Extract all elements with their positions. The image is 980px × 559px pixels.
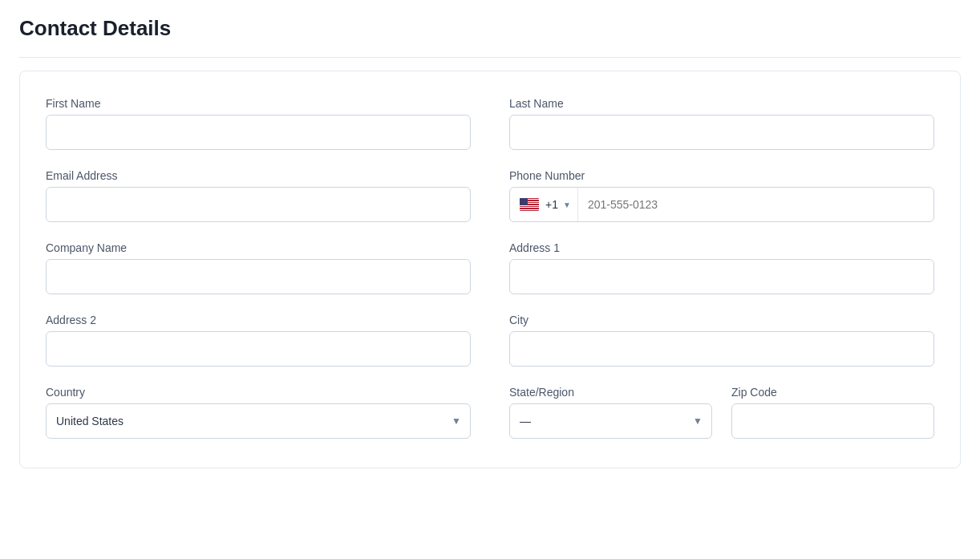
- country-group: Country United States Canada United King…: [46, 386, 471, 439]
- company-label: Company Name: [46, 241, 471, 254]
- last-name-label: Last Name: [509, 97, 934, 110]
- address1-input[interactable]: [509, 259, 934, 294]
- zip-label: Zip Code: [731, 386, 934, 399]
- page-title: Contact Details: [19, 16, 961, 41]
- address1-label: Address 1: [509, 241, 934, 254]
- state-label: State/Region: [509, 386, 712, 399]
- country-label: Country: [46, 386, 471, 399]
- email-input[interactable]: [46, 187, 471, 222]
- phone-input[interactable]: [578, 188, 933, 221]
- address1-group: Address 1: [509, 241, 934, 294]
- state-group: State/Region — California New York Texas…: [509, 386, 712, 439]
- last-name-group: Last Name: [509, 97, 934, 150]
- contact-details-card: First Name Last Name Email Address Phone…: [19, 71, 961, 468]
- state-select[interactable]: — California New York Texas: [509, 403, 712, 439]
- address2-input[interactable]: [46, 331, 471, 367]
- address2-group: Address 2: [46, 314, 471, 367]
- address2-label: Address 2: [46, 314, 471, 326]
- company-group: Company Name: [46, 241, 471, 294]
- phone-country-selector[interactable]: +1 ▼: [510, 188, 578, 221]
- email-group: Email Address: [46, 169, 471, 222]
- phone-group: Phone Number +1 ▼: [509, 169, 934, 222]
- first-name-group: First Name: [46, 97, 471, 150]
- last-name-input[interactable]: [509, 115, 934, 150]
- city-group: City: [509, 314, 934, 367]
- top-divider: [19, 57, 961, 58]
- country-select-wrapper: United States Canada United Kingdom ▼: [46, 403, 471, 439]
- phone-label: Phone Number: [509, 169, 934, 182]
- first-name-input[interactable]: [46, 115, 471, 150]
- state-zip-group: State/Region — California New York Texas…: [509, 386, 934, 439]
- phone-wrapper: +1 ▼: [509, 187, 934, 222]
- form-grid: First Name Last Name Email Address Phone…: [46, 97, 934, 439]
- phone-country-code: +1: [545, 198, 558, 211]
- city-input[interactable]: [509, 331, 934, 367]
- zip-input[interactable]: [731, 403, 934, 439]
- zip-group: Zip Code: [731, 386, 934, 439]
- first-name-label: First Name: [46, 97, 471, 110]
- state-select-wrapper: — California New York Texas ▼: [509, 403, 712, 439]
- company-input[interactable]: [46, 259, 471, 294]
- country-select[interactable]: United States Canada United Kingdom: [46, 403, 471, 439]
- phone-chevron-icon: ▼: [563, 201, 571, 209]
- email-label: Email Address: [46, 169, 471, 182]
- city-label: City: [509, 314, 934, 326]
- us-flag-icon: [520, 198, 539, 211]
